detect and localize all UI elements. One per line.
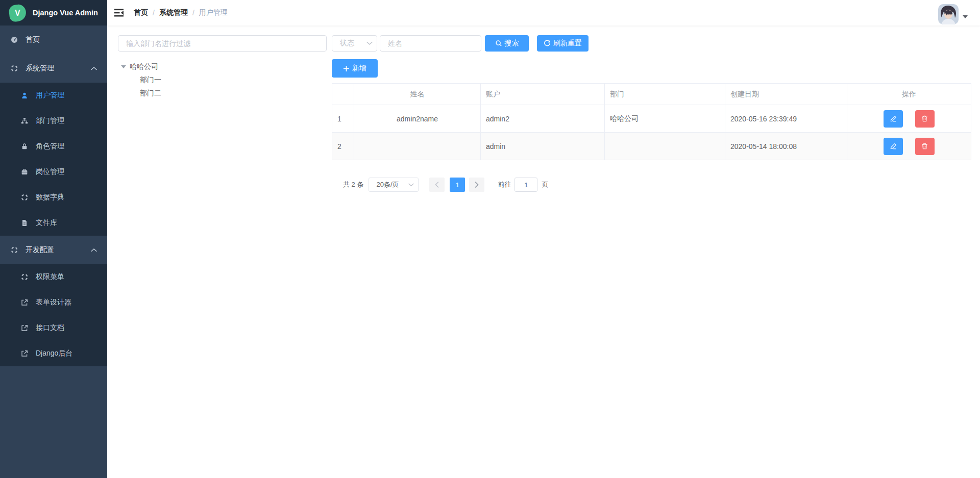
logo-letter: V bbox=[15, 8, 20, 17]
app-logo-bar[interactable]: V Django Vue Admin bbox=[0, 0, 107, 26]
briefcase-icon bbox=[20, 168, 29, 176]
submenu-dev-config: 权限菜单 表单设计器 接口文档 Django后台 bbox=[0, 264, 107, 366]
cell-name bbox=[354, 133, 481, 160]
sidebar-group-dev-config[interactable]: 开发配置 bbox=[0, 236, 107, 264]
lock-icon bbox=[20, 142, 29, 150]
avatar[interactable] bbox=[938, 4, 959, 24]
column-header-dept: 部门 bbox=[605, 84, 725, 105]
sidebar-item-permission-menu[interactable]: 权限菜单 bbox=[0, 264, 107, 290]
sidebar-item-form-designer[interactable]: 表单设计器 bbox=[0, 290, 107, 315]
sidebar-item-api-docs[interactable]: 接口文档 bbox=[0, 315, 107, 341]
sidebar-item-label: 角色管理 bbox=[36, 142, 64, 151]
cell-name: admin2name bbox=[354, 105, 481, 133]
add-button-label: 新增 bbox=[352, 64, 366, 73]
sidebar-item-posts[interactable]: 岗位管理 bbox=[0, 159, 107, 185]
next-page-button[interactable] bbox=[469, 178, 484, 192]
page-number-button[interactable]: 1 bbox=[450, 178, 465, 192]
refresh-reset-button-label: 刷新重置 bbox=[553, 39, 582, 48]
search-button-label: 搜索 bbox=[505, 39, 519, 48]
goto-page-input[interactable] bbox=[514, 178, 537, 192]
sidebar-item-label: 数据字典 bbox=[36, 193, 64, 202]
table-row: 1 admin2name admin2 哈哈公司 2020-05-16 23:3… bbox=[332, 105, 971, 133]
sidebar-item-django-admin[interactable]: Django后台 bbox=[0, 341, 107, 366]
sidebar-item-users[interactable]: 用户管理 bbox=[0, 83, 107, 108]
delete-button[interactable] bbox=[915, 138, 935, 155]
user-menu-trigger[interactable] bbox=[938, 2, 968, 24]
edit-button[interactable] bbox=[884, 138, 903, 155]
cell-index: 1 bbox=[332, 105, 354, 133]
external-link-icon bbox=[20, 324, 29, 332]
cell-actions bbox=[847, 133, 971, 160]
chevron-left-icon bbox=[435, 182, 439, 188]
external-link-icon bbox=[20, 298, 29, 307]
cell-dept: 哈哈公司 bbox=[605, 105, 725, 133]
sidebar-group-system[interactable]: 系统管理 bbox=[0, 54, 107, 83]
sidebar-group-label: 开发配置 bbox=[26, 245, 54, 255]
delete-button[interactable] bbox=[915, 110, 935, 128]
column-header-account: 账户 bbox=[481, 84, 605, 105]
column-header-created: 创建日期 bbox=[725, 84, 847, 105]
caret-down-icon[interactable] bbox=[121, 65, 126, 68]
name-filter-input[interactable] bbox=[380, 35, 481, 52]
dashboard-icon bbox=[10, 36, 18, 44]
tree-node-company[interactable]: 哈哈公司 bbox=[118, 60, 327, 73]
app-logo-icon: V bbox=[8, 4, 27, 22]
lifebuoy-icon bbox=[20, 193, 29, 202]
sidebar-item-roles[interactable]: 角色管理 bbox=[0, 134, 107, 159]
breadcrumb-home[interactable]: 首页 bbox=[134, 8, 148, 17]
search-icon bbox=[495, 40, 502, 47]
sitemap-icon bbox=[20, 117, 29, 125]
status-select-placeholder: 状态 bbox=[340, 39, 354, 48]
sidebar-item-home[interactable]: 首页 bbox=[0, 26, 107, 54]
tree-node-dept-1[interactable]: 部门一 bbox=[118, 73, 327, 87]
sidebar-menu: 首页 系统管理 用户管理 部门管理 bbox=[0, 26, 107, 366]
sidebar-item-label: 表单设计器 bbox=[36, 298, 71, 307]
sidebar-group-label: 系统管理 bbox=[26, 64, 54, 73]
pagination-unit-label: 页 bbox=[542, 180, 548, 189]
cell-account: admin bbox=[481, 133, 605, 160]
refresh-icon bbox=[544, 40, 551, 47]
hamburger-icon[interactable] bbox=[114, 8, 126, 18]
delete-icon bbox=[921, 115, 928, 122]
breadcrumb: 首页 / 系统管理 / 用户管理 bbox=[134, 8, 228, 17]
delete-icon bbox=[921, 142, 928, 150]
page-content: 哈哈公司 部门一 部门二 状态 搜索 bbox=[107, 26, 980, 478]
breadcrumb-system[interactable]: 系统管理 bbox=[159, 8, 188, 17]
column-header-index bbox=[332, 84, 354, 105]
status-select[interactable]: 状态 bbox=[332, 35, 377, 52]
sidebar-item-label: 文件库 bbox=[36, 218, 57, 228]
tree-node-label: 哈哈公司 bbox=[130, 62, 158, 71]
cell-dept bbox=[605, 133, 725, 160]
edit-icon bbox=[890, 115, 897, 122]
user-icon bbox=[20, 91, 29, 99]
page-size-select[interactable]: 20条/页 bbox=[369, 178, 419, 192]
submenu-system: 用户管理 部门管理 角色管理 岗位管理 bbox=[0, 83, 107, 236]
sidebar-item-files[interactable]: 文件库 bbox=[0, 210, 107, 236]
pagination: 共 2 条 20条/页 1 前往 页 bbox=[343, 178, 971, 192]
department-filter-input[interactable] bbox=[118, 35, 327, 52]
sidebar-item-label: 岗位管理 bbox=[36, 167, 64, 177]
tree-node-label: 部门一 bbox=[140, 76, 161, 85]
lifebuoy-icon bbox=[10, 246, 18, 254]
tree-node-dept-2[interactable]: 部门二 bbox=[118, 87, 327, 100]
department-panel: 哈哈公司 部门一 部门二 bbox=[118, 35, 327, 100]
sidebar-item-label: 首页 bbox=[26, 35, 40, 44]
user-list-panel: 状态 搜索 刷新重置 新增 bbox=[332, 35, 971, 192]
filter-toolbar: 状态 搜索 刷新重置 bbox=[332, 35, 971, 52]
cell-created: 2020-05-14 18:00:08 bbox=[725, 133, 847, 160]
sidebar-item-departments[interactable]: 部门管理 bbox=[0, 108, 107, 134]
add-button[interactable]: 新增 bbox=[332, 59, 378, 78]
topbar: 首页 / 系统管理 / 用户管理 bbox=[107, 0, 980, 26]
department-tree: 哈哈公司 部门一 部门二 bbox=[118, 60, 327, 100]
chevron-down-icon bbox=[366, 41, 373, 45]
lifebuoy-icon bbox=[20, 273, 29, 281]
sidebar-item-dictionary[interactable]: 数据字典 bbox=[0, 185, 107, 210]
refresh-reset-button[interactable]: 刷新重置 bbox=[537, 35, 589, 52]
document-icon bbox=[20, 219, 29, 227]
column-header-name: 姓名 bbox=[354, 84, 481, 105]
prev-page-button[interactable] bbox=[429, 178, 445, 192]
search-button[interactable]: 搜索 bbox=[485, 35, 529, 52]
sidebar: V Django Vue Admin 首页 系统管理 用户管理 bbox=[0, 0, 107, 478]
edit-button[interactable] bbox=[884, 110, 903, 128]
sidebar-item-label: Django后台 bbox=[36, 349, 72, 358]
